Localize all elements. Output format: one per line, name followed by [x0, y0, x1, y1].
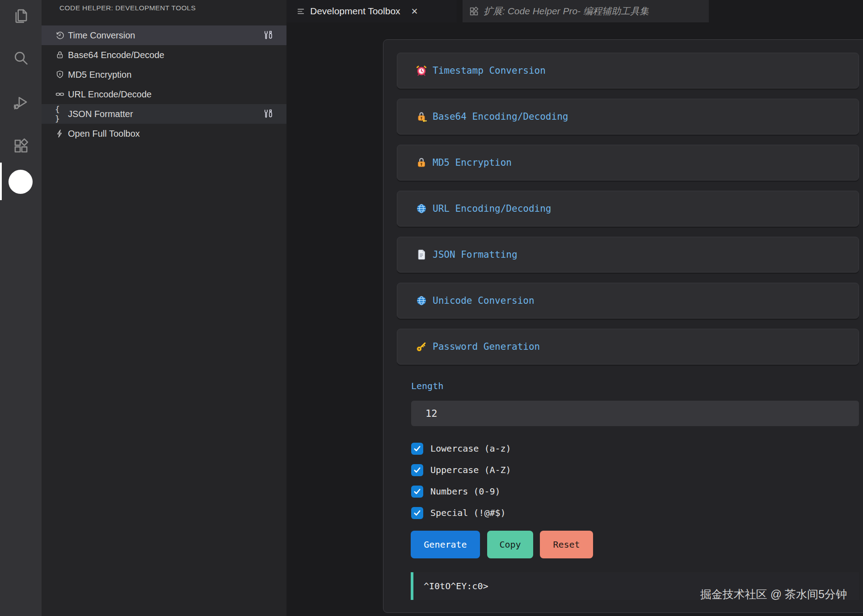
- section-label: JSON Formatting: [433, 249, 518, 260]
- link-icon: [55, 89, 65, 99]
- active-view-indicator: [0, 163, 2, 200]
- tab-extension-page[interactable]: 扩展: Code Helper Pro- 编程辅助工具集: [463, 0, 709, 22]
- section-url[interactable]: URL Encoding/Decoding: [397, 191, 859, 226]
- checkbox-label: Lowercase (a-z): [430, 443, 511, 454]
- checkbox-lowercase[interactable]: Lowercase (a-z): [411, 441, 511, 456]
- sidebar-item-base64[interactable]: Base64 Encode/Decode: [42, 45, 286, 65]
- checkbox-numbers[interactable]: Numbers (0-9): [411, 484, 501, 499]
- run-debug-icon[interactable]: [0, 89, 42, 116]
- lock-icon: [55, 50, 65, 60]
- checkbox-label: Special (!@#$): [430, 507, 506, 518]
- watermark-text: 掘金技术社区 @ 茶水间5分钟: [700, 587, 847, 602]
- panel-bottom-edge: [286, 613, 863, 616]
- section-unicode[interactable]: Unicode Conversion: [397, 283, 859, 318]
- history-icon: [55, 30, 65, 40]
- search-icon[interactable]: [0, 45, 42, 71]
- alarm-clock-icon: [415, 64, 428, 77]
- extensions-icon: [469, 6, 479, 17]
- zap-icon: [55, 129, 65, 138]
- sidebar-item-json[interactable]: { } JSON Formatter: [42, 104, 286, 124]
- section-password[interactable]: Password Generation: [397, 329, 859, 365]
- tools-action-icon[interactable]: [263, 109, 273, 119]
- padlock-icon: [415, 156, 428, 169]
- sidebar-item-label: Open Full Toolbox: [68, 129, 140, 139]
- list-icon: [296, 7, 306, 16]
- checkbox-special[interactable]: Special (!@#$): [411, 505, 506, 520]
- section-label: MD5 Encryption: [433, 157, 512, 168]
- code-helper-extension-icon[interactable]: [8, 170, 33, 194]
- tab-title: 扩展: Code Helper Pro- 编程辅助工具集: [484, 5, 649, 17]
- checkbox-checked-icon[interactable]: [411, 486, 423, 498]
- checkbox-label: Uppercase (A-Z): [430, 465, 511, 475]
- sidebar-item-label: JSON Formatter: [68, 109, 133, 119]
- checkbox-uppercase[interactable]: Uppercase (A-Z): [411, 462, 511, 478]
- tab-title: Development Toolbox: [310, 6, 400, 17]
- sidebar-title: CODE HELPER: DEVELOPMENT TOOLS: [59, 4, 196, 12]
- checkbox-checked-icon[interactable]: [411, 507, 423, 519]
- length-input[interactable]: [411, 401, 859, 426]
- tools-action-icon[interactable]: [263, 30, 273, 40]
- tool-tree: Time Conversion Bas: [42, 25, 286, 143]
- sidebar-item-open-toolbox[interactable]: Open Full Toolbox: [42, 124, 286, 143]
- section-md5[interactable]: MD5 Encryption: [397, 145, 859, 180]
- activity-bar: [0, 0, 42, 616]
- length-label: Length: [411, 381, 443, 391]
- sidebar-item-url[interactable]: URL Encode/Decode: [42, 84, 286, 104]
- sidebar-item-label: URL Encode/Decode: [68, 89, 152, 100]
- checkbox-checked-icon[interactable]: [411, 464, 423, 476]
- extensions-icon[interactable]: [0, 133, 42, 159]
- section-label: URL Encoding/Decoding: [433, 203, 551, 214]
- tool-section-list: Timestamp Conversion Base64 Encoding/Dec…: [397, 53, 859, 375]
- sidebar-item-md5[interactable]: MD5 Encryption: [42, 65, 286, 84]
- editor-tab-bar: Development Toolbox ✕ 扩展: Code Helper Pr…: [286, 0, 863, 22]
- vscode-window: CODE HELPER: DEVELOPMENT TOOLS Time Conv…: [0, 0, 863, 616]
- copy-button[interactable]: Copy: [487, 531, 533, 558]
- checkbox-label: Numbers (0-9): [430, 486, 501, 497]
- shield-icon: [55, 70, 65, 80]
- globe-icon: [415, 294, 428, 307]
- sidebar-item-label: MD5 Encryption: [68, 70, 131, 80]
- section-label: Unicode Conversion: [433, 295, 535, 306]
- braces-icon: { }: [55, 109, 65, 119]
- document-icon: [415, 248, 428, 261]
- checkbox-checked-icon[interactable]: [411, 443, 423, 455]
- section-label: Timestamp Conversion: [433, 65, 546, 76]
- generate-button[interactable]: Generate: [411, 531, 480, 558]
- section-timestamp-conversion[interactable]: Timestamp Conversion: [397, 53, 859, 88]
- section-base64[interactable]: Base64 Encoding/Decoding: [397, 99, 859, 134]
- tab-development-toolbox[interactable]: Development Toolbox ✕: [286, 0, 457, 22]
- sidebar: CODE HELPER: DEVELOPMENT TOOLS Time Conv…: [42, 0, 286, 616]
- sidebar-item-time-conversion[interactable]: Time Conversion: [42, 25, 286, 45]
- sidebar-item-label: Base64 Encode/Decode: [68, 50, 164, 60]
- section-label: Base64 Encoding/Decoding: [433, 111, 568, 122]
- section-label: Password Generation: [433, 341, 540, 352]
- sidebar-item-label: Time Conversion: [68, 30, 135, 41]
- locked-with-key-icon: [415, 110, 428, 123]
- reset-button[interactable]: Reset: [540, 531, 593, 558]
- close-icon[interactable]: ✕: [411, 6, 418, 17]
- key-icon: [415, 340, 428, 353]
- globe-icon: [415, 202, 428, 215]
- explorer-icon[interactable]: [0, 3, 42, 29]
- section-json[interactable]: JSON Formatting: [397, 237, 859, 272]
